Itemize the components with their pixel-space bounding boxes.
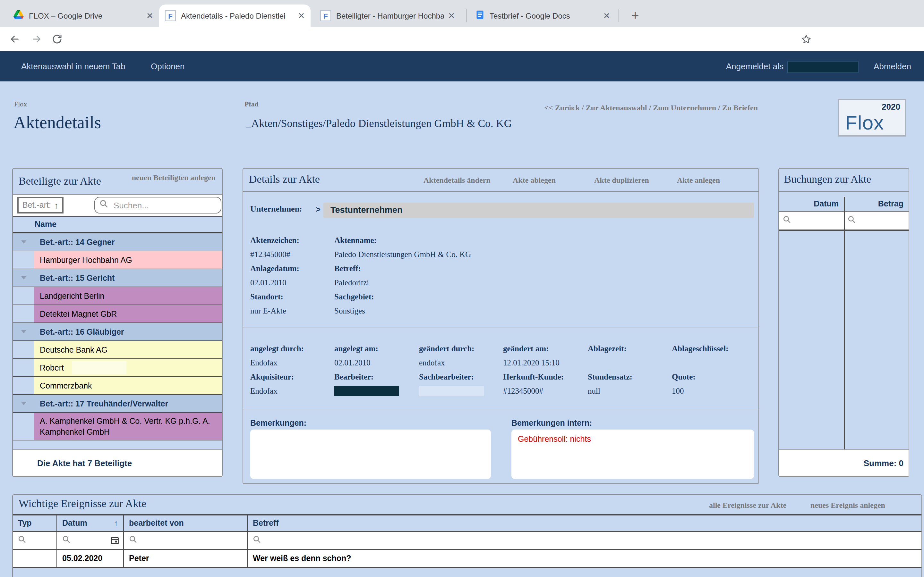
reload-icon[interactable] [51,33,63,45]
list-item[interactable]: A. Kamphenkel GmbH & Co. Vertr. KG p.h.G… [13,413,222,440]
nav-optionen[interactable]: Optionen [151,61,185,71]
google-drive-icon [13,10,24,21]
beteiligter-name[interactable]: Landgericht Berlin [34,287,222,305]
path-value: _Akten/Sonstiges/Paledo Dienstleistungen… [246,117,512,130]
logo-text: Flox [845,111,884,135]
datum-column-header[interactable]: Datum↑ [57,516,124,531]
akte-duplizieren-link[interactable]: Akte duplizieren [594,176,649,185]
field-label: Aktenzeichen: [250,231,334,245]
akte-ablegen-link[interactable]: Akte ablegen [513,176,556,185]
new-beteiligter-link[interactable]: neuen Beteiligten anlegen [132,173,216,183]
ereignisse-table: Typ Datum↑ bearbeitet von Betreff [13,514,921,568]
beteiligte-panel: Beteiligte zur Akte neuen Beteiligten an… [12,168,223,477]
logout-link[interactable]: Abmelden [874,61,911,71]
back-icon[interactable] [9,33,21,45]
tab-close-icon[interactable]: ✕ [603,11,610,21]
bemerkungen-intern-textarea[interactable]: Gebührensoll: nichts [511,430,754,479]
tab-divider [466,9,467,22]
field-label: Ablagezeit: [588,337,672,354]
tab-beteiligter[interactable]: F Beteiligter - Hamburger Hochba ✕ [314,5,461,27]
highlight-box [71,361,126,374]
field-value: 02.01.2010 [250,278,334,288]
bearbeitet-von-column-header[interactable]: bearbeitet von [124,516,248,531]
app-label: Flox [14,100,27,108]
list-item[interactable]: Detektei Magnet GbR [13,305,222,323]
akte-anlegen-link[interactable]: Akte anlegen [677,176,720,185]
collapse-triangle-icon[interactable] [21,276,26,279]
tab-google-drive[interactable]: FLOX – Google Drive ✕ [8,5,159,27]
flox-logo: Flox 2020 [838,99,906,137]
search-input[interactable] [112,200,211,211]
search-icon[interactable] [18,535,26,546]
beteiligter-name[interactable]: A. Kamphenkel GmbH & Co. Vertr. KG p.h.G… [34,413,222,440]
tab-close-icon[interactable]: ✕ [146,11,153,21]
search-icon[interactable] [62,535,71,546]
betrag-column-header[interactable]: Betrag [844,197,909,211]
details-fields-meta: angelegt durch:Endofax angelegt am:02.01… [250,337,758,393]
group-label: Bet.-art:: 16 Gläubiger [34,323,222,340]
bearbeiter-redacted [334,386,399,396]
breadcrumb[interactable]: << Zurück / Zur Aktenauswahl / Zum Unter… [544,103,758,113]
tab-close-icon[interactable]: ✕ [298,11,305,21]
nav-aktenauswahl[interactable]: Aktenauswahl in neuem Tab [21,61,126,71]
ereignisse-title: Wichtige Ereignisse zur Akte [19,498,146,510]
field-value: Paledoritzi [334,278,471,288]
list-item[interactable]: Robert [13,359,222,377]
table-row[interactable]: 05.02.2020 Peter Wer weiß es denn schon? [13,550,921,568]
aktendetails-aendern-link[interactable]: Aktendetails ändern [423,176,491,185]
beteiligter-name[interactable]: Detektei Magnet GbR [34,305,222,322]
field-value: Sonstiges [334,306,471,316]
tab-testbrief[interactable]: Testbrief - Google Docs ✕ [470,5,616,27]
flox-favicon: F [320,10,331,21]
alle-ereignisse-link[interactable]: alle Ereignisse zur Akte [709,501,787,510]
table-filter-row [13,532,921,550]
collapse-triangle-icon[interactable] [21,402,26,405]
field-label: Aktenname: [334,231,471,245]
collapse-triangle-icon[interactable] [21,240,26,243]
buchungen-title: Buchungen zur Akte [784,173,871,186]
name-column-header[interactable]: Name [13,215,222,234]
betart-sort-control[interactable]: Bet.-art: ↑ [17,197,63,213]
ereignisse-header: Wichtige Ereignisse zur Akte alle Ereign… [13,495,921,514]
search-icon[interactable] [129,535,137,546]
beteiligter-name[interactable]: Commerzbank [34,377,222,394]
betrag-filter-input[interactable] [859,215,900,226]
calendar-icon[interactable] [110,536,120,545]
beteiligte-search[interactable] [94,197,221,213]
field-label: Akquisiteur: [250,365,334,382]
bookmark-star-icon[interactable] [801,34,813,45]
new-tab-button[interactable]: + [626,6,644,24]
group-row[interactable]: Bet.-art:: 14 Gegner [13,234,222,251]
list-item[interactable]: Deutsche Bank AG [13,341,222,359]
field-label: Sachgebiet: [334,287,471,302]
google-docs-icon [475,10,485,21]
group-row[interactable]: Bet.-art:: 16 Gläubiger [13,323,222,341]
buchungen-header: Buchungen zur Akte [779,169,909,192]
beteiligter-name[interactable]: Hamburger Hochbahn AG [34,251,222,269]
search-icon[interactable] [253,535,261,546]
bemerkungen-textarea[interactable] [250,430,491,479]
group-row[interactable]: Bet.-art:: 15 Gericht [13,269,222,287]
unternehmen-value[interactable]: Testunternehmen [323,203,754,218]
collapse-triangle-icon[interactable] [21,330,26,334]
field-value: null [588,387,672,396]
betreff-column-header[interactable]: Betreff [248,516,921,531]
field-label: Stundensatz: [588,365,672,382]
list-item[interactable]: Commerzbank [13,377,222,395]
username-redacted [787,61,859,73]
typ-column-header[interactable]: Typ [13,516,57,531]
field-value: #12345000# [250,250,334,259]
tab-close-icon[interactable]: ✕ [448,11,455,21]
list-item[interactable]: Hamburger Hochbahn AG [13,251,222,269]
list-item[interactable]: Landgericht Berlin [13,287,222,305]
datum-filter-input[interactable] [794,215,835,226]
tab-aktendetails[interactable]: F Aktendetails - Paledo Dienstlei ✕ [159,5,310,27]
forward-icon[interactable] [31,33,42,45]
group-row[interactable]: Bet.-art:: 17 Treuhänder/Verwalter [13,395,222,413]
logged-in-label: Angemeldet als [726,61,783,71]
neues-ereignis-link[interactable]: neues Ereignis anlegen [811,501,885,510]
beteiligter-name[interactable]: Deutsche Bank AG [34,341,222,358]
datum-column-header[interactable]: Datum [779,197,844,211]
sort-up-icon: ↑ [54,200,58,210]
search-icon [848,215,856,226]
